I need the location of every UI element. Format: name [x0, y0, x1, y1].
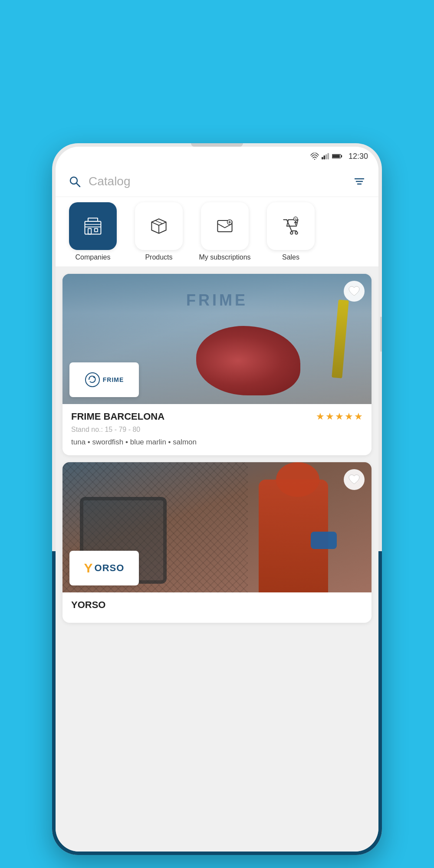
battery-icon	[332, 153, 342, 159]
status-icons: 12:30	[310, 152, 368, 161]
yorso-y: Y	[84, 561, 93, 575]
frime-stars: ★ ★ ★ ★ ★	[316, 411, 363, 422]
svg-rect-3	[326, 155, 327, 160]
svg-point-29	[85, 373, 99, 387]
svg-rect-16	[88, 229, 91, 234]
svg-rect-2	[323, 155, 325, 159]
yorso-header-row: YORSO	[71, 599, 363, 611]
svg-rect-1	[322, 157, 323, 159]
svg-rect-13	[85, 221, 101, 234]
content-area: FRIME	[56, 267, 378, 852]
subscriptions-icon-bg	[201, 202, 249, 250]
star-5: ★	[354, 411, 363, 422]
svg-point-24	[290, 232, 293, 234]
frime-logo-text: FRIME	[103, 376, 124, 383]
company-card-yorso[interactable]: Y ORSO YORSO	[62, 462, 372, 623]
star-3: ★	[335, 411, 344, 422]
yorso-logo: Y ORSO	[69, 551, 139, 585]
phone-notch	[191, 143, 243, 147]
star-4: ★	[345, 411, 353, 422]
status-bar: 12:30	[56, 147, 378, 166]
filter-button[interactable]	[351, 173, 368, 190]
svg-point-25	[295, 232, 298, 234]
sales-label: Sales	[282, 253, 299, 261]
frime-tags: tuna • swordfish • blue marlin • salmon	[71, 438, 363, 447]
frime-favorite-button[interactable]	[344, 281, 365, 302]
yorso-company-name: YORSO	[71, 599, 105, 611]
svg-line-9	[76, 183, 80, 187]
svg-rect-14	[88, 218, 98, 221]
tab-companies[interactable]: Companies	[62, 202, 123, 261]
frime-logo-inner: FRIME	[85, 372, 124, 388]
svg-text:%: %	[294, 217, 297, 221]
frime-header-row: FRIME BARCELONA ★ ★ ★ ★ ★	[71, 411, 363, 422]
phone-screen: 12:30 Catalog	[56, 147, 378, 852]
yorso-favorite-button[interactable]	[344, 469, 365, 490]
signal-icon	[322, 153, 329, 160]
wifi-icon	[310, 153, 319, 160]
power-button	[380, 317, 382, 352]
search-button[interactable]	[66, 173, 83, 190]
frime-company-name: FRIME BARCELONA	[71, 411, 164, 422]
phone-frame: 12:30 Catalog	[52, 143, 382, 855]
app-bar: Catalog	[56, 166, 378, 197]
frime-card-body: FRIME BARCELONA ★ ★ ★ ★ ★ Stand no.: 15 …	[62, 404, 372, 455]
tab-sales[interactable]: % Sales	[260, 202, 321, 261]
star-2: ★	[326, 411, 334, 422]
svg-rect-7	[332, 155, 340, 158]
products-label: Products	[145, 253, 172, 261]
svg-point-0	[314, 159, 315, 160]
yorso-card-image: Y ORSO	[62, 462, 372, 592]
svg-rect-17	[95, 229, 98, 232]
frime-watermark: FRIME	[186, 291, 248, 309]
category-tabs: Companies Products	[56, 197, 378, 267]
status-time: 12:30	[349, 152, 368, 161]
app-title: Catalog	[89, 174, 351, 188]
tab-products[interactable]: Products	[128, 202, 189, 261]
frime-logo: FRIME	[69, 362, 139, 397]
companies-label: Companies	[76, 253, 111, 261]
companies-icon-bg	[69, 202, 117, 250]
yorso-logo-text: ORSO	[95, 562, 125, 574]
subscriptions-label: My subscriptions	[199, 253, 250, 261]
star-1: ★	[316, 411, 325, 422]
frime-card-image: FRIME	[62, 274, 372, 404]
yorso-logo-inner: Y ORSO	[84, 561, 125, 575]
yorso-card-body: YORSO	[62, 592, 372, 623]
company-card-frime[interactable]: FRIME	[62, 274, 372, 455]
svg-rect-6	[341, 155, 342, 157]
svg-point-30	[93, 376, 95, 378]
svg-rect-4	[327, 153, 329, 159]
tab-subscriptions[interactable]: My subscriptions	[194, 202, 255, 261]
sales-icon-bg: %	[267, 202, 315, 250]
frime-stand-number: Stand no.: 15 - 79 - 80	[71, 426, 363, 434]
products-icon-bg	[135, 202, 183, 250]
